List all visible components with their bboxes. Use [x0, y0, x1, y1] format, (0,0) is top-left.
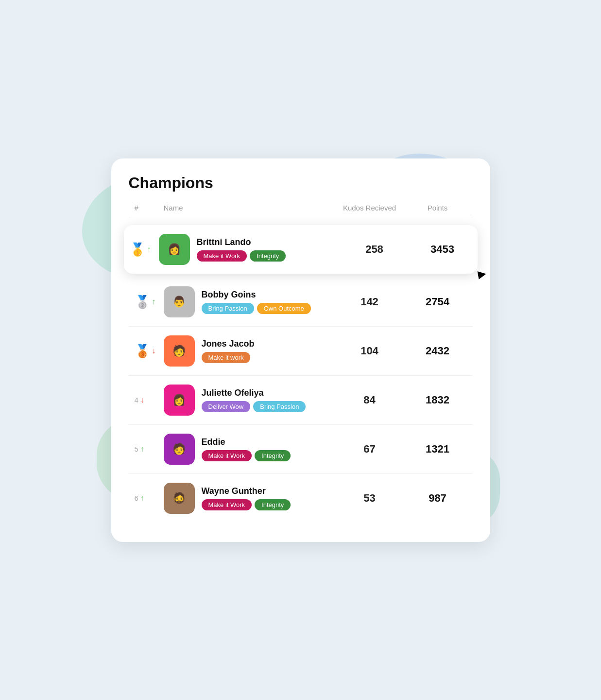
table-row[interactable]: 6↑🧔Wayne GuntherMake it WorkIntegrity539…	[129, 474, 473, 523]
cursor-icon: ▶	[477, 267, 487, 281]
trend-up-icon: ↑	[140, 494, 144, 503]
header-points: Points	[409, 204, 467, 212]
kudos-value: 104	[331, 345, 409, 357]
kudos-value: 67	[331, 443, 409, 455]
person-cell: 👩Brittni LandoMake it WorkIntegrity	[159, 234, 336, 265]
rank-number: 6	[135, 494, 138, 502]
rank-cell: 🥇↑	[130, 243, 159, 256]
tag: Make it Work	[202, 450, 252, 461]
avatar: 👩	[164, 385, 195, 416]
person-info: Bobby GoinsBring PassionOwn Outcome	[202, 290, 311, 314]
rank-cell: 🥈↑	[135, 296, 164, 308]
medal-icon: 🥈	[135, 296, 150, 308]
table-row[interactable]: 5↑🧑EddieMake it WorkIntegrity671321	[129, 425, 473, 474]
tags: Bring PassionOwn Outcome	[202, 303, 311, 314]
kudos-value: 258	[336, 243, 413, 256]
tag: Make it work	[202, 352, 251, 363]
header-name: Name	[164, 204, 331, 212]
tag: Deliver Wow	[202, 401, 251, 412]
medal-icon: 🥇	[130, 243, 145, 256]
table-row[interactable]: 🥈↑👨Bobby GoinsBring PassionOwn Outcome14…	[129, 278, 473, 327]
rank-cell: 4↓	[135, 396, 164, 404]
page-wrapper: Champions # Name Kudos Recieved Points 🥇…	[111, 158, 490, 542]
person-info: Wayne GuntherMake it WorkIntegrity	[202, 486, 291, 510]
table-row[interactable]: 🥇↑👩Brittni LandoMake it WorkIntegrity258…	[124, 225, 478, 274]
trend-down-icon: ↓	[152, 347, 156, 355]
tags: Deliver WowBring Passion	[202, 401, 306, 412]
avatar: 🧔	[164, 483, 195, 514]
medal-icon: 🥉	[135, 345, 150, 357]
tag: Make it Work	[202, 499, 252, 510]
person-name: Wayne Gunther	[202, 486, 291, 496]
page-title: Champions	[129, 174, 473, 192]
person-name: Brittni Lando	[197, 237, 286, 247]
tag: Make it Work	[197, 250, 247, 262]
avatar: 🧑	[164, 434, 195, 465]
kudos-value: 84	[331, 394, 409, 406]
rank-cell: 🥉↓	[135, 345, 164, 357]
kudos-value: 142	[331, 296, 409, 308]
header-rank: #	[135, 204, 164, 212]
person-info: Brittni LandoMake it WorkIntegrity	[197, 237, 286, 262]
points-value: 3453	[413, 243, 472, 256]
tags: Make it WorkIntegrity	[197, 250, 286, 262]
table-row[interactable]: 4↓👩Juliette OfeliyaDeliver WowBring Pass…	[129, 376, 473, 425]
person-name: Juliette Ofeliya	[202, 388, 306, 398]
points-value: 1832	[409, 394, 467, 406]
points-value: 1321	[409, 443, 467, 455]
tag: Bring Passion	[253, 401, 306, 412]
avatar: 👨	[164, 286, 195, 317]
trend-down-icon: ↓	[140, 396, 144, 404]
tag: Own Outcome	[257, 303, 311, 314]
points-value: 987	[409, 492, 467, 505]
person-cell: 🧑EddieMake it WorkIntegrity	[164, 434, 331, 465]
tag: Bring Passion	[202, 303, 254, 314]
tag: Integrity	[255, 499, 291, 510]
table-row[interactable]: 🥉↓🧑Jones JacobMake it work1042432	[129, 327, 473, 376]
tag: Integrity	[255, 450, 291, 461]
kudos-value: 53	[331, 492, 409, 505]
person-info: Jones JacobMake it work	[202, 339, 255, 363]
tags: Make it work	[202, 352, 255, 363]
person-info: Juliette OfeliyaDeliver WowBring Passion	[202, 388, 306, 412]
rank-cell: 5↑	[135, 445, 164, 454]
person-name: Jones Jacob	[202, 339, 255, 349]
person-cell: 🧑Jones JacobMake it work	[164, 335, 331, 367]
points-value: 2754	[409, 296, 467, 308]
header-kudos: Kudos Recieved	[331, 204, 409, 212]
tags: Make it WorkIntegrity	[202, 450, 291, 461]
rank-number: 5	[135, 445, 138, 453]
person-cell: 🧔Wayne GuntherMake it WorkIntegrity	[164, 483, 331, 514]
points-value: 2432	[409, 345, 467, 357]
trend-up-icon: ↑	[140, 445, 144, 454]
tag: Integrity	[250, 250, 286, 262]
person-name: Eddie	[202, 437, 291, 447]
trend-up-icon: ↑	[152, 298, 156, 306]
rank-cell: 6↑	[135, 494, 164, 503]
avatar: 🧑	[164, 335, 195, 367]
person-name: Bobby Goins	[202, 290, 311, 300]
rank-number: 4	[135, 396, 138, 404]
person-cell: 👨Bobby GoinsBring PassionOwn Outcome	[164, 286, 331, 317]
person-info: EddieMake it WorkIntegrity	[202, 437, 291, 461]
rows-container: 🥇↑👩Brittni LandoMake it WorkIntegrity258…	[129, 225, 473, 523]
champions-card: Champions # Name Kudos Recieved Points 🥇…	[111, 158, 490, 542]
person-cell: 👩Juliette OfeliyaDeliver WowBring Passio…	[164, 385, 331, 416]
table-header: # Name Kudos Recieved Points	[129, 204, 473, 217]
trend-up-icon: ↑	[147, 245, 151, 254]
tags: Make it WorkIntegrity	[202, 499, 291, 510]
avatar: 👩	[159, 234, 190, 265]
